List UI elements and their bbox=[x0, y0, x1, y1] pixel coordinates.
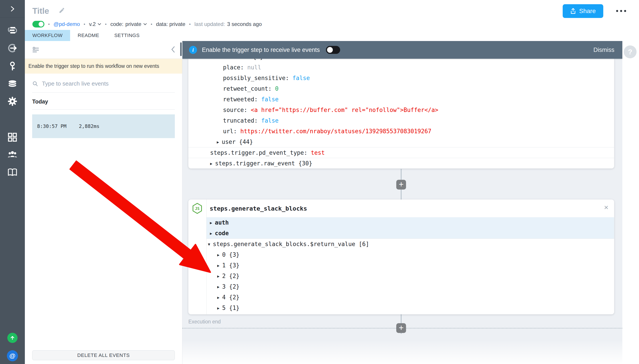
last-updated-label: last updated: bbox=[194, 21, 225, 27]
version-dropdown[interactable]: v.2 bbox=[89, 21, 101, 27]
json-value: false bbox=[261, 96, 278, 103]
share-button[interactable]: Share bbox=[563, 4, 603, 18]
workflows-icon bbox=[7, 26, 18, 34]
tab-readme[interactable]: README bbox=[70, 30, 107, 41]
expand-triangle-icon: ▶ bbox=[217, 59, 219, 62]
return-value-label: steps.generate_slack_blocks.$return_valu… bbox=[213, 241, 359, 248]
json-key: steps.trigger.pd_event_type: bbox=[210, 150, 311, 156]
json-key: truncated: bbox=[223, 117, 261, 124]
json-value: null bbox=[247, 64, 261, 71]
return-value-row[interactable]: ▼steps.generate_slack_blocks.$return_val… bbox=[188, 239, 614, 250]
json-line: ▶user {44} bbox=[217, 136, 614, 148]
event-time: 8:30:57 PM bbox=[37, 124, 66, 129]
expand-triangle-icon: ▶ bbox=[217, 303, 219, 314]
divider bbox=[32, 109, 175, 110]
source-exit-icon bbox=[8, 43, 17, 53]
code-value: private bbox=[125, 21, 141, 27]
sidebar-expand-button[interactable] bbox=[0, 0, 25, 18]
return-value-item-4[interactable]: ▶4 {2} bbox=[188, 292, 614, 302]
sidebar-item-workflows[interactable] bbox=[7, 25, 18, 36]
search-icon bbox=[32, 81, 38, 87]
json-value: <a href="https://buffer.com" rel="nofoll… bbox=[251, 107, 438, 113]
event-search bbox=[32, 80, 175, 87]
expand-triangle-icon: ▶ bbox=[217, 271, 219, 282]
expand-triangle-icon: ▶ bbox=[217, 250, 219, 260]
item-index: 2 bbox=[222, 273, 229, 279]
dot-separator: • bbox=[105, 22, 107, 27]
return-value-item-0[interactable]: ▶0 {3} bbox=[188, 250, 614, 260]
json-value: false bbox=[292, 75, 310, 81]
json-line: source: <a href="https://buffer.com" rel… bbox=[223, 105, 614, 115]
json-line: ▶steps.trigger.raw_event {30} bbox=[210, 158, 614, 169]
section-label: code bbox=[215, 230, 229, 236]
filter-icon[interactable] bbox=[32, 46, 39, 54]
panel-scrollbar[interactable] bbox=[180, 42, 182, 56]
item-index: 1 bbox=[222, 262, 229, 269]
nodejs-icon: JS bbox=[192, 203, 202, 215]
return-value-item-3[interactable]: ▶3 {2} bbox=[188, 281, 614, 292]
sidebar-item-data-stores[interactable] bbox=[7, 78, 18, 89]
live-events-banner: i Enable the trigger step to receive liv… bbox=[182, 41, 622, 59]
collapse-panel-button[interactable] bbox=[171, 46, 175, 54]
version-label: v.2 bbox=[89, 21, 96, 27]
more-menu-button[interactable] bbox=[616, 10, 626, 12]
return-value-item-2[interactable]: ▶2 {2} bbox=[188, 271, 614, 281]
whats-new-button[interactable] bbox=[7, 333, 18, 343]
json-node-user[interactable]: ▶user {44} bbox=[188, 136, 614, 147]
add-step-button-end[interactable]: + bbox=[396, 323, 406, 333]
live-events-toggle[interactable] bbox=[326, 46, 340, 54]
json-node-metadata[interactable]: ▶metadata {2} bbox=[188, 59, 614, 62]
code-step-section-auth[interactable]: ▶auth bbox=[207, 217, 614, 228]
sidebar-item-docs[interactable] bbox=[7, 167, 18, 178]
arrow-up-icon bbox=[10, 335, 15, 341]
json-key: metadata bbox=[222, 59, 253, 60]
json-count-badge: {1} bbox=[229, 304, 240, 311]
json-prop-row: retweet_count: 0 bbox=[188, 83, 614, 94]
json-line: steps.trigger.pd_event_type: test bbox=[210, 148, 614, 158]
edit-title-button[interactable] bbox=[58, 7, 65, 15]
tab-settings[interactable]: SETTINGS bbox=[107, 30, 147, 41]
dismiss-button[interactable]: Dismiss bbox=[593, 46, 614, 54]
sidebar-item-sources[interactable] bbox=[7, 43, 18, 54]
sidebar-item-apps[interactable] bbox=[7, 132, 18, 142]
tab-workflow[interactable]: WORKFLOW bbox=[25, 30, 70, 41]
delete-all-events-button[interactable]: DELETE ALL EVENTS bbox=[32, 350, 175, 360]
event-duration: 2,882ms bbox=[79, 124, 99, 129]
dot-separator: • bbox=[48, 22, 50, 27]
json-key: retweet_count: bbox=[223, 85, 275, 92]
event-list-item[interactable]: 8:30:57 PM2,882ms bbox=[32, 114, 175, 138]
return-value-rows: ▼steps.generate_slack_blocks.$return_val… bbox=[188, 239, 614, 313]
sidebar-item-settings[interactable] bbox=[7, 96, 18, 107]
chevron-down-icon bbox=[98, 23, 101, 25]
json-prop-row: possibly_sensitive: false bbox=[188, 73, 614, 83]
expand-triangle-icon: ▶ bbox=[217, 260, 219, 271]
workflow-canvas: i Enable the trigger step to receive liv… bbox=[182, 41, 622, 364]
data-visibility: data: private bbox=[156, 21, 185, 27]
dot-separator: • bbox=[151, 22, 152, 27]
chevron-right-icon bbox=[9, 6, 16, 12]
return-value-item-5[interactable]: ▶5 {1} bbox=[188, 302, 614, 313]
share-upload-icon bbox=[570, 8, 576, 14]
add-step-button[interactable]: + bbox=[396, 180, 406, 190]
json-line: possibly_sensitive: false bbox=[223, 73, 614, 83]
support-button[interactable]: @ bbox=[7, 350, 18, 361]
deploy-toggle[interactable] bbox=[32, 21, 44, 28]
search-input[interactable] bbox=[42, 80, 175, 87]
code-step-title: steps.generate_slack_blocks bbox=[210, 205, 307, 212]
help-button[interactable]: ? bbox=[624, 46, 636, 58]
toggle-knob bbox=[39, 22, 44, 26]
tabs: WORKFLOWREADMESETTINGS bbox=[25, 30, 147, 41]
sidebar-item-community[interactable] bbox=[7, 149, 18, 160]
code-visibility-dropdown[interactable]: code: private bbox=[110, 21, 147, 27]
json-node-steps.trigger.raw_event[interactable]: ▶steps.trigger.raw_event {30} bbox=[188, 158, 614, 168]
owner-link[interactable]: @pd-demo bbox=[54, 21, 80, 27]
section-label: auth bbox=[215, 219, 229, 226]
code-step-section-code[interactable]: ▶code bbox=[207, 228, 614, 238]
toggle-knob bbox=[327, 47, 333, 53]
close-icon[interactable]: × bbox=[604, 204, 608, 211]
json-prop-row: place: null bbox=[188, 62, 614, 73]
json-line: retweet_count: 0 bbox=[223, 83, 614, 94]
return-value-item-1[interactable]: ▶1 {3} bbox=[188, 260, 614, 271]
sidebar-item-accounts[interactable] bbox=[7, 61, 18, 72]
json-value: test bbox=[311, 150, 325, 156]
